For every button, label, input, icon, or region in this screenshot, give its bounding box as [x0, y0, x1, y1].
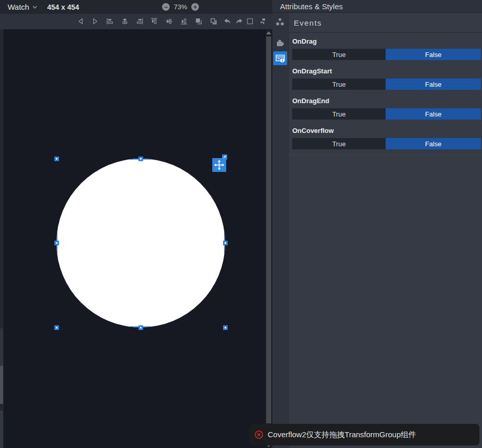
resize-arrow-ne-icon[interactable] [222, 154, 227, 160]
scrollbar-up-arrow[interactable] [266, 31, 271, 34]
error-message: Coverflow2仅支持拖拽TransformGroup组件 [268, 430, 416, 440]
ondragend-true-button[interactable]: True [292, 108, 386, 120]
selection-outline [56, 159, 225, 327]
plugin-puzzle-icon[interactable] [275, 38, 285, 48]
zoom-level: 73% [174, 3, 187, 11]
design-canvas[interactable] [4, 29, 266, 448]
zoom-out-button[interactable]: − [162, 3, 170, 11]
ondrag-true-button[interactable]: True [292, 49, 386, 60]
resize-handle-e[interactable] [223, 241, 228, 245]
align-middle-vertical-icon[interactable] [165, 17, 173, 26]
bring-forward-icon[interactable] [194, 17, 203, 26]
resize-handle-nw[interactable] [54, 157, 59, 161]
align-center-horizontal-icon[interactable] [120, 17, 129, 26]
resize-handle-n[interactable] [138, 157, 143, 161]
error-toast: Coverflow2仅支持拖拽TransformGroup组件 [249, 424, 479, 445]
chevron-down-icon [32, 4, 38, 10]
align-left-icon[interactable] [106, 17, 114, 26]
left-edge-panel [0, 29, 4, 448]
event-label-ondrag: OnDrag [292, 37, 317, 45]
panel-divider [289, 155, 482, 155]
event-toggle-ondragstart: True False [292, 79, 481, 90]
event-toggle-oncoverflow: True False [292, 138, 481, 149]
ondragend-false-button[interactable]: False [386, 108, 481, 120]
events-section-header: Events [289, 13, 482, 33]
left-edge-scroll-thumb[interactable] [0, 366, 3, 404]
send-backward-icon[interactable] [209, 17, 218, 26]
scrollbar-thumb[interactable] [266, 36, 271, 423]
event-label-ondragend: OnDragEnd [292, 97, 329, 105]
attributes-panel-header: Attributes & Styles [272, 0, 482, 13]
ondragstart-true-button[interactable]: True [292, 79, 386, 90]
left-edge-segment [0, 328, 3, 366]
step-forward-icon[interactable] [91, 17, 99, 26]
align-bottom-icon[interactable] [179, 17, 188, 26]
error-icon [254, 430, 264, 439]
resize-handle-se[interactable] [223, 325, 228, 330]
panel-icon-strip [272, 13, 288, 448]
transform-group-icon[interactable] [258, 17, 267, 26]
resize-handle-s[interactable] [138, 325, 143, 330]
move-handle[interactable] [212, 158, 226, 172]
attributes-panel-title: Attributes & Styles [280, 2, 343, 11]
align-top-icon[interactable] [150, 17, 158, 26]
redo-icon[interactable] [235, 17, 244, 26]
event-toggle-ondrag: True False [292, 49, 481, 60]
step-backward-icon[interactable] [76, 17, 85, 26]
nodes-icon[interactable] [275, 17, 285, 27]
watch-dropdown[interactable]: Watch [8, 0, 38, 14]
move-arrows-icon [214, 160, 225, 170]
marquee-select-icon[interactable] [246, 17, 254, 26]
events-section-title: Events [294, 18, 322, 27]
event-label-ondragstart: OnDragStart [292, 67, 332, 75]
ondragstart-false-button[interactable]: False [386, 79, 481, 90]
app-window: Watch 454 x 454 − 73% + Attributes & Sty… [0, 0, 482, 448]
canvas-dimensions: 454 x 454 [47, 0, 79, 14]
resize-handle-sw[interactable] [54, 325, 59, 330]
canvas-toolbar [0, 14, 272, 29]
oncoverflow-false-button[interactable]: False [386, 138, 481, 149]
attributes-info-icon[interactable] [273, 51, 287, 65]
oncoverflow-true-button[interactable]: True [292, 138, 386, 149]
align-right-icon[interactable] [135, 17, 144, 26]
zoom-in-button[interactable]: + [191, 3, 199, 11]
watch-dropdown-label: Watch [8, 3, 29, 11]
zoom-controls: − 73% + [162, 0, 199, 14]
resize-handle-w[interactable] [54, 241, 59, 245]
event-label-oncoverflow: OnCoverflow [292, 127, 334, 134]
topbar: Watch 454 x 454 − 73% + [0, 0, 272, 14]
event-toggle-ondragend: True False [292, 108, 481, 120]
undo-icon[interactable] [223, 17, 232, 26]
ondrag-false-button[interactable]: False [386, 49, 481, 60]
attributes-panel: Events OnDrag True False OnDragStart Tru… [288, 13, 482, 448]
left-edge-segment [0, 411, 3, 448]
canvas-scrollbar[interactable] [266, 29, 272, 448]
